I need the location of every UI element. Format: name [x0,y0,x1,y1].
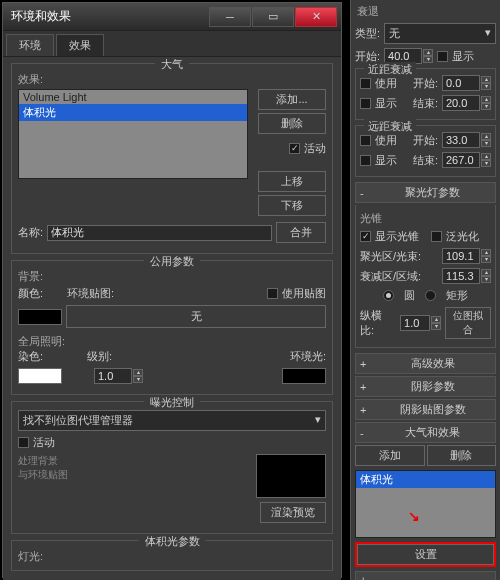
aspect-spinner[interactable]: ▴▾ [400,315,441,331]
near-start-spinner[interactable]: ▴▾ [442,75,491,91]
red-arrow-icon: ↘ [408,508,420,524]
moveup-button[interactable]: 上移 [258,171,326,192]
chevron-down-icon: ▾ [485,26,491,41]
envmap-button[interactable]: 无 [66,305,326,328]
shadowmap-rollout[interactable]: +阴影贴图参数 [355,399,496,420]
movedown-button[interactable]: 下移 [258,195,326,216]
decay-label: 衰退 [355,4,496,23]
atmosphere-title: 大气 [155,57,189,72]
active-checkbox[interactable]: ✓ [289,143,300,154]
side-del-btn[interactable]: 删除 [427,445,497,466]
adv-rollout[interactable]: +高级效果 [355,353,496,374]
extra-rollout[interactable]: + [355,571,496,580]
bitmap-fit-btn[interactable]: 位图拟合 [445,307,491,339]
side-list-item[interactable]: 体积光 [356,471,495,488]
usemap-check[interactable] [267,288,278,299]
delete-button[interactable]: 删除 [258,113,326,134]
near-use-check[interactable] [360,78,371,89]
falloff-spinner[interactable]: ▴▾ [442,268,491,284]
hotspot-spinner[interactable]: ▴▾ [442,248,491,264]
far-end-spinner[interactable]: ▴▾ [442,152,491,168]
effects-listbox[interactable]: Volume Light 体积光 [18,89,248,179]
env-effects-dialog: 环境和效果 ─ ▭ ✕ 环境 效果 大气 效果: Volume Light 体积… [2,2,342,578]
render-preview-button[interactable]: 渲染预览 [260,502,326,523]
titlebar[interactable]: 环境和效果 ─ ▭ ✕ [3,3,341,31]
plus-icon: + [360,381,370,393]
minus-icon: - [360,187,370,199]
tab-effects[interactable]: 效果 [56,34,104,56]
ambient-swatch[interactable] [282,368,326,384]
side-atmo-list[interactable]: 体积光 [355,470,496,538]
far-atten-group: 远距衰减 使用 开始: ▴▾ 显示 结束: ▴▾ [355,125,496,177]
far-use-check[interactable] [360,135,371,146]
near-end-spinner[interactable]: ▴▾ [442,95,491,111]
exposure-group: 曝光控制 找不到位图代理管理器▾ 活动 处理背景 与环境贴图 渲染预览 [11,401,333,534]
plus-icon: + [360,404,370,416]
effects-label: 效果: [18,72,326,87]
common-params-group: 公用参数 背景: 颜色: 环境贴图: 使用贴图 无 全局照明: 染色: 级别: … [11,260,333,395]
tab-environment[interactable]: 环境 [6,34,54,56]
tab-strip: 环境 效果 [3,31,341,57]
vol-light-title: 体积光参数 [139,534,206,549]
overshoot-check[interactable] [431,231,442,242]
exposure-title: 曝光控制 [144,395,200,410]
spot-rollout[interactable]: -聚光灯参数 [355,182,496,203]
type-label: 类型: [355,26,380,41]
right-panel: 衰退 类型: 无▾ 开始: ▴▾ 显示 近距衰减 使用 开始: ▴▾ 显示 结束… [350,0,500,580]
far-start-spinner[interactable]: ▴▾ [442,132,491,148]
preview-swatch [256,454,326,498]
list-item[interactable]: Volume Light [19,90,247,104]
window-title: 环境和效果 [7,8,208,25]
atmo-rollout[interactable]: -大气和效果 [355,422,496,443]
exp-active-check[interactable] [18,437,29,448]
near-atten-group: 近距衰减 使用 开始: ▴▾ 显示 结束: ▴▾ [355,68,496,120]
side-add-btn[interactable]: 添加 [355,445,425,466]
far-show-check[interactable] [360,155,371,166]
minimize-button[interactable]: ─ [209,7,251,27]
atmosphere-group: 大气 效果: Volume Light 体积光 添加... 删除 ✓活动 上移 … [11,63,333,254]
circle-radio[interactable] [383,290,394,301]
maximize-button[interactable]: ▭ [252,7,294,27]
showcone-check[interactable]: ✓ [360,231,371,242]
common-title: 公用参数 [144,254,200,269]
close-button[interactable]: ✕ [295,7,337,27]
level-spinner[interactable]: ▴▾ [94,368,143,384]
name-label: 名称: [18,225,43,240]
list-item[interactable]: 体积光 [19,104,247,121]
shadow-rollout[interactable]: +阴影参数 [355,376,496,397]
setup-button[interactable]: 设置 [357,544,494,565]
plus-icon: + [360,358,370,370]
vol-light-group: 体积光参数 灯光: [11,540,333,571]
minus-icon: - [360,427,370,439]
merge-button[interactable]: 合并 [276,222,326,243]
decay-type-dropdown[interactable]: 无▾ [384,23,496,44]
exposure-dropdown[interactable]: 找不到位图代理管理器▾ [18,410,326,431]
plus-icon: + [360,574,370,580]
spot-group: 光锥 ✓显示光锥 泛光化 聚光区/光束: ▴▾ 衰减区/区域: ▴▾ 圆 矩形 … [355,205,496,348]
show-checkbox[interactable] [437,51,448,62]
near-show-check[interactable] [360,98,371,109]
bg-color-swatch[interactable] [18,309,62,325]
rect-radio[interactable] [425,290,436,301]
name-input[interactable] [47,225,272,241]
chevron-down-icon: ▾ [315,413,321,428]
add-button[interactable]: 添加... [258,89,326,110]
setup-callout: 设置 [355,542,496,567]
tint-swatch[interactable] [18,368,62,384]
